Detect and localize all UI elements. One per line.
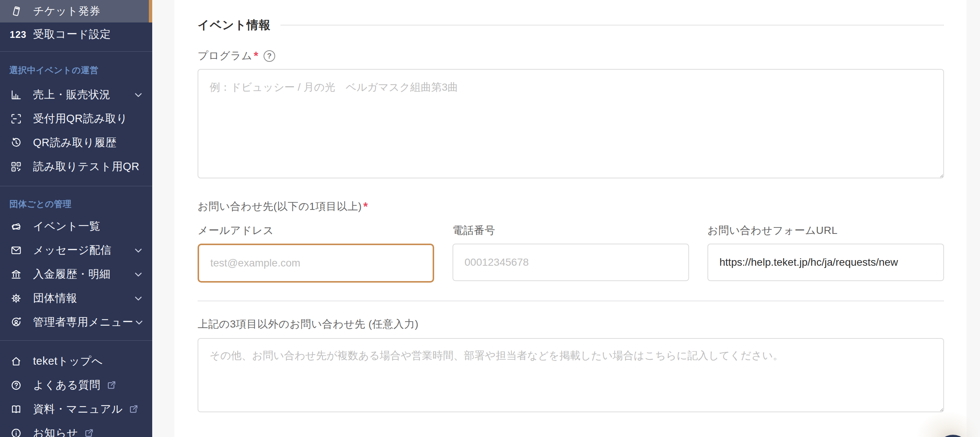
sidebar-item-qr-scan-history[interactable]: QR読み取り履歴 <box>0 131 152 155</box>
sidebar-item-label: チケット発券 <box>33 4 100 19</box>
book-icon <box>10 403 27 416</box>
phone-input[interactable] <box>452 244 689 281</box>
qr-code-icon <box>10 160 27 173</box>
history-icon <box>10 137 27 149</box>
sidebar-item-label: 団体情報 <box>33 291 77 306</box>
phone-field-group: 電話番号 <box>452 223 689 283</box>
email-label: メールアドレス <box>197 223 434 238</box>
main-area: イベント情報 プログラム * ? お問い合わせ先(以下の1項目以上) * メール… <box>152 0 980 437</box>
phone-label: 電話番号 <box>452 223 689 238</box>
contact-form-url-input[interactable] <box>708 244 944 281</box>
question-circle-icon <box>10 379 27 392</box>
contact-label: お問い合わせ先(以下の1項目以上) <box>197 199 362 214</box>
chevron-down-icon <box>133 89 144 100</box>
sidebar: チケット発券 123 受取コード設定 選択中イベントの運営 売上・販売状況 <box>0 0 152 437</box>
chevron-down-icon <box>134 317 145 328</box>
info-circle-icon <box>10 427 27 437</box>
sidebar-item-sales-status[interactable]: 売上・販売状況 <box>0 83 152 107</box>
program-textarea[interactable] <box>197 69 944 178</box>
chevron-down-icon <box>133 245 144 256</box>
sidebar-item-label: お知らせ <box>33 426 78 437</box>
sidebar-item-label: 読み取りテスト用QR <box>33 159 140 174</box>
email-input[interactable] <box>197 244 434 283</box>
sidebar-item-organization-info[interactable]: 団体情報 <box>0 286 152 310</box>
program-label: プログラム <box>197 49 252 63</box>
sidebar-item-label: よくある質問 <box>33 378 100 393</box>
sidebar-item-label: QR読み取り履歴 <box>33 135 116 150</box>
gear-icon <box>10 292 27 305</box>
other-contact-textarea[interactable] <box>197 338 944 412</box>
other-contact-label: 上記の3項目以外のお問い合わせ先 (任意入力) <box>197 317 418 331</box>
ticket-icon <box>10 5 27 17</box>
sidebar-section-header: 選択中イベントの運営 <box>0 64 152 76</box>
qr-scan-icon <box>10 113 27 125</box>
bar-chart-icon <box>10 89 27 101</box>
sidebar-item-label: 入金履歴・明細 <box>33 267 111 282</box>
sidebar-item-event-list[interactable]: イベント一覧 <box>0 215 152 238</box>
sidebar-item-news[interactable]: お知らせ <box>0 421 152 437</box>
sidebar-divider <box>0 340 152 341</box>
contact-fields-row: メールアドレス 電話番号 お問い合わせフォームURL <box>197 223 944 283</box>
other-contact-label-row: 上記の3項目以外のお問い合わせ先 (任意入力) <box>197 317 944 331</box>
sidebar-item-label: 売上・販売状況 <box>33 87 111 102</box>
chevron-down-icon <box>133 293 144 304</box>
sidebar-item-reception-qr-scan[interactable]: 受付用QR読み取り <box>0 107 152 131</box>
sidebar-item-payment-history[interactable]: 入金履歴・明細 <box>0 262 152 286</box>
email-field-group: メールアドレス <box>197 223 434 283</box>
program-label-row: プログラム * ? <box>197 49 944 63</box>
sidebar-item-label: 受取コード設定 <box>33 27 111 42</box>
form-panel: イベント情報 プログラム * ? お問い合わせ先(以下の1項目以上) * メール… <box>174 0 967 437</box>
chevron-down-icon <box>133 269 144 280</box>
section-rule <box>280 25 944 25</box>
sidebar-item-label: イベント一覧 <box>33 219 100 234</box>
sidebar-divider <box>0 51 152 52</box>
sidebar-item-label: 資料・マニュアル <box>33 402 123 417</box>
admin-icon <box>10 316 27 329</box>
help-icon[interactable]: ? <box>264 50 275 62</box>
sidebar-item-label: メッセージ配信 <box>33 243 111 258</box>
sidebar-divider <box>0 186 152 186</box>
external-link-icon <box>83 427 94 437</box>
sidebar-item-docs-manual[interactable]: 資料・マニュアル <box>0 397 152 421</box>
contact-form-url-label: お問い合わせフォームURL <box>708 223 944 238</box>
sidebar-item-test-qr[interactable]: 読み取りテスト用QR <box>0 155 152 179</box>
sidebar-item-receive-code[interactable]: 123 受取コード設定 <box>0 22 152 46</box>
numbers-icon: 123 <box>10 29 27 40</box>
tickets-icon <box>10 220 27 233</box>
mail-icon <box>10 244 27 257</box>
section-header: イベント情報 <box>197 17 944 33</box>
sidebar-item-ticket-issue[interactable]: チケット発券 <box>0 0 152 22</box>
required-mark: * <box>254 50 258 62</box>
external-link-icon <box>128 404 139 415</box>
sidebar-item-message-delivery[interactable]: メッセージ配信 <box>0 238 152 262</box>
external-link-icon <box>106 380 117 391</box>
sidebar-item-label: 受付用QR読み取り <box>33 111 127 126</box>
sidebar-item-faq[interactable]: よくある質問 <box>0 373 152 397</box>
bank-icon <box>10 268 27 281</box>
required-mark: * <box>363 201 368 213</box>
sidebar-item-admin-menu[interactable]: 管理者専用メニュー <box>0 310 152 334</box>
contact-form-url-field-group: お問い合わせフォームURL <box>708 223 944 283</box>
home-icon <box>10 355 27 368</box>
section-divider <box>197 300 944 301</box>
sidebar-section-header: 団体ごとの管理 <box>0 198 152 210</box>
sidebar-item-label: 管理者専用メニュー <box>33 315 134 330</box>
page-title: イベント情報 <box>197 17 271 33</box>
sidebar-item-label: teketトップへ <box>33 354 103 369</box>
sidebar-item-teket-top[interactable]: teketトップへ <box>0 349 152 373</box>
contact-label-row: お問い合わせ先(以下の1項目以上) * <box>197 199 944 214</box>
